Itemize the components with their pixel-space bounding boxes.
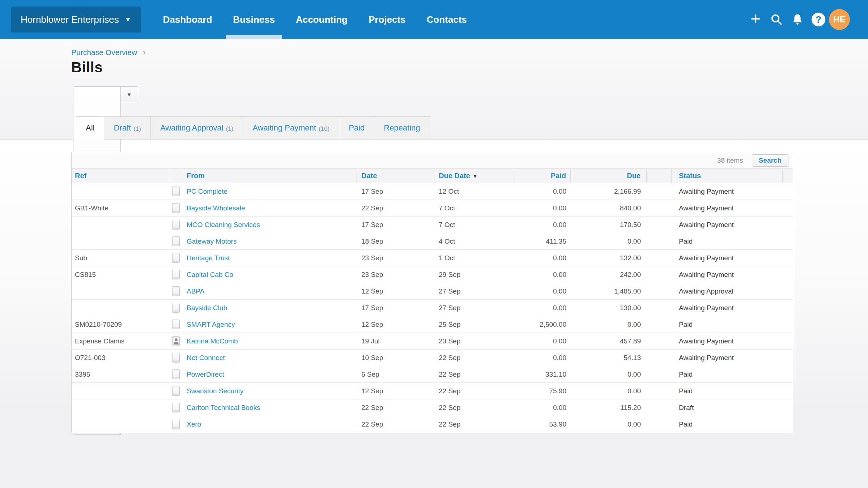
document-icon bbox=[172, 386, 180, 396]
page-header-band: Purchase Overview › Bills New Bill ▼ New… bbox=[0, 39, 868, 140]
contact-link[interactable]: Gateway Motors bbox=[187, 237, 237, 245]
contact-link[interactable]: SMART Agency bbox=[187, 321, 235, 329]
tab-repeating[interactable]: Repeating bbox=[374, 116, 430, 140]
nav-item-contacts[interactable]: Contacts bbox=[427, 0, 467, 39]
cell-end bbox=[783, 333, 793, 349]
cell-from: PowerDirect bbox=[182, 366, 357, 382]
column-header-ref[interactable]: Ref bbox=[72, 169, 169, 183]
cell-ref: O721-003 bbox=[72, 350, 169, 366]
table-actions-bar: 38 items Search bbox=[72, 152, 793, 169]
column-header-date[interactable]: Date bbox=[357, 169, 434, 183]
cell-paid: 0.00 bbox=[514, 200, 571, 216]
column-header-due[interactable]: Due bbox=[571, 169, 647, 183]
cell-paid: 0.00 bbox=[514, 266, 571, 283]
contact-link[interactable]: Net Connect bbox=[187, 354, 225, 362]
table-row: ABPA 12 Sep 27 Sep 0.00 1,485.00 Awaitin… bbox=[72, 283, 793, 300]
cell-status: Paid bbox=[672, 366, 783, 382]
nav-item-business[interactable]: Business bbox=[233, 0, 275, 39]
cell-status: Awaiting Payment bbox=[672, 200, 783, 216]
column-header-paid[interactable]: Paid bbox=[514, 169, 571, 183]
nav-item-accounting[interactable]: Accounting bbox=[296, 0, 348, 39]
cell-due-date: 22 Sep bbox=[434, 383, 514, 399]
cell-gap bbox=[647, 283, 672, 299]
breadcrumb: Purchase Overview › bbox=[71, 39, 868, 57]
bell-icon bbox=[791, 13, 804, 26]
document-icon bbox=[172, 203, 180, 213]
cell-gap bbox=[647, 266, 672, 283]
page-title: Bills bbox=[71, 59, 868, 76]
contact-link[interactable]: Bayside Wholesale bbox=[187, 204, 245, 212]
cell-status: Paid bbox=[672, 316, 783, 333]
contact-link[interactable]: Capital Cab Co bbox=[187, 271, 233, 279]
organisation-menu-button[interactable]: Hornblower Enterprises ▼ bbox=[11, 7, 141, 33]
contact-link[interactable]: MCO Cleaning Services bbox=[187, 221, 260, 229]
cell-paid: 0.00 bbox=[514, 217, 571, 233]
contact-link[interactable]: Swanston Security bbox=[187, 387, 243, 395]
cell-gap bbox=[647, 200, 672, 216]
cell-from: PC Complete bbox=[182, 183, 357, 200]
cell-due: 457.89 bbox=[571, 333, 647, 349]
contact-link[interactable]: Carlton Technical Books bbox=[187, 404, 260, 412]
tab-awaiting-payment[interactable]: Awaiting Payment(10) bbox=[243, 116, 339, 140]
contact-link[interactable]: PC Complete bbox=[187, 188, 227, 196]
document-icon bbox=[172, 420, 180, 429]
cell-due: 170.50 bbox=[571, 217, 647, 233]
contact-link[interactable]: Katrina McComb bbox=[187, 337, 238, 345]
cell-date: 17 Sep bbox=[357, 300, 434, 316]
cell-from: ABPA bbox=[182, 283, 357, 299]
contact-link[interactable]: Heritage Trust bbox=[187, 254, 230, 262]
notifications-button[interactable] bbox=[787, 13, 808, 26]
table-row: 3395 PowerDirect 6 Sep 22 Sep 331.10 0.0… bbox=[72, 366, 793, 383]
cell-due: 0.00 bbox=[571, 416, 647, 433]
contact-link[interactable]: ABPA bbox=[187, 287, 204, 295]
tab-all[interactable]: All bbox=[76, 116, 104, 140]
cell-icon bbox=[169, 350, 182, 366]
tab-paid[interactable]: Paid bbox=[339, 116, 374, 140]
contact-link[interactable]: Xero bbox=[187, 420, 201, 428]
cell-status: Awaiting Payment bbox=[672, 333, 783, 349]
cell-from: Katrina McComb bbox=[182, 333, 357, 349]
cell-end bbox=[783, 217, 793, 233]
contact-link[interactable]: PowerDirect bbox=[187, 371, 224, 378]
column-header-from[interactable]: From bbox=[182, 169, 357, 183]
cell-date: 22 Sep bbox=[357, 416, 434, 433]
table-row: Sub Heritage Trust 23 Sep 1 Oct 0.00 132… bbox=[72, 250, 793, 266]
nav-right-icons: + ? HE bbox=[745, 9, 850, 30]
cell-icon bbox=[169, 266, 182, 283]
cell-from: MCO Cleaning Services bbox=[182, 217, 357, 233]
user-menu[interactable]: HE bbox=[829, 9, 850, 30]
cell-status: Awaiting Approval bbox=[672, 283, 783, 299]
cell-due: 130.00 bbox=[571, 300, 647, 316]
create-new-button[interactable]: + bbox=[745, 12, 766, 27]
chevron-down-icon: ▼ bbox=[125, 16, 131, 23]
cell-icon bbox=[169, 217, 182, 233]
cell-gap bbox=[647, 217, 672, 233]
column-header-status[interactable]: Status bbox=[672, 169, 783, 183]
breadcrumb-purchase-overview-link[interactable]: Purchase Overview bbox=[71, 48, 137, 57]
new-bill-dropdown-button[interactable]: ▼ bbox=[121, 86, 138, 102]
search-button[interactable] bbox=[766, 13, 787, 26]
cell-paid: 0.00 bbox=[514, 333, 571, 349]
cell-ref: Expense Claims bbox=[72, 333, 169, 349]
cell-date: 12 Sep bbox=[357, 316, 434, 333]
cell-due-date: 12 Oct bbox=[434, 183, 514, 200]
search-button-table[interactable]: Search bbox=[752, 154, 788, 167]
cell-from: Swanston Security bbox=[182, 383, 357, 399]
cell-due-date: 22 Sep bbox=[434, 350, 514, 366]
column-header-duedate[interactable]: Due Date▾ bbox=[434, 169, 514, 183]
nav-item-projects[interactable]: Projects bbox=[369, 0, 406, 39]
help-button[interactable]: ? bbox=[808, 13, 829, 26]
nav-item-dashboard[interactable]: Dashboard bbox=[163, 0, 212, 39]
cell-status: Awaiting Payment bbox=[672, 217, 783, 233]
cell-paid: 0.00 bbox=[514, 350, 571, 366]
cell-icon bbox=[169, 366, 182, 382]
contact-link[interactable]: Bayside Club bbox=[187, 304, 227, 312]
cell-date: 18 Sep bbox=[357, 233, 434, 249]
tab-draft[interactable]: Draft(1) bbox=[104, 116, 150, 140]
cell-from: Gateway Motors bbox=[182, 233, 357, 249]
cell-date: 17 Sep bbox=[357, 183, 434, 200]
cell-due: 1,485.00 bbox=[571, 283, 647, 299]
document-icon bbox=[172, 303, 180, 313]
tab-awaiting-approval[interactable]: Awaiting Approval(1) bbox=[150, 116, 243, 140]
cell-ref: CS815 bbox=[72, 266, 169, 283]
